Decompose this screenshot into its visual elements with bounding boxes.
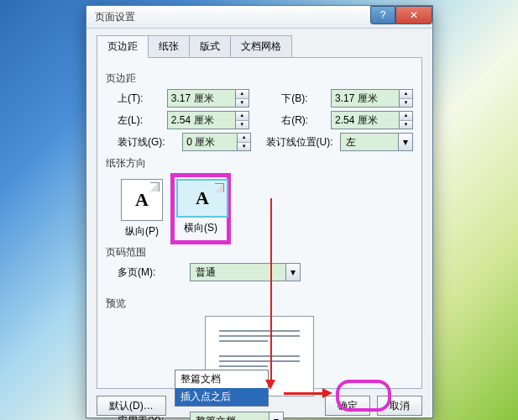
margins-group-title: 页边距: [106, 71, 413, 86]
orientation-group-title: 纸张方向: [106, 156, 413, 171]
multipage-select[interactable]: 普通 ▾: [190, 263, 301, 281]
tab-grid[interactable]: 文档网格: [230, 35, 292, 57]
chevron-down-icon[interactable]: ▾: [398, 134, 412, 150]
spin-down-icon[interactable]: ▼: [400, 121, 412, 129]
top-label: 上(T):: [106, 92, 162, 106]
pages-group-title: 页码范围: [106, 245, 413, 260]
gutter-pos-value: 左: [341, 135, 398, 150]
titlebar[interactable]: 页面设置 ? ✕: [86, 6, 432, 29]
spin-up-icon[interactable]: ▲: [400, 112, 412, 121]
apply-to-value: 整篇文档: [191, 414, 269, 421]
tab-strip: 页边距 纸张 版式 文档网格: [97, 35, 422, 58]
tab-layout[interactable]: 版式: [189, 35, 231, 57]
chevron-down-icon[interactable]: ▾: [269, 412, 283, 420]
left-spinner[interactable]: ▲▼: [167, 111, 249, 129]
dropdown-option-selected[interactable]: 插入点之后: [175, 388, 268, 406]
gutter-pos-label: 装订线位置(U):: [266, 135, 335, 150]
apply-to-select[interactable]: 整篇文档 ▾: [190, 412, 284, 420]
multipage-value: 普通: [191, 265, 285, 280]
spin-up-icon[interactable]: ▲: [400, 90, 412, 99]
orientation-portrait[interactable]: A 纵向(P): [118, 179, 166, 239]
spin-up-icon[interactable]: ▲: [236, 90, 249, 99]
spin-up-icon[interactable]: ▲: [238, 134, 250, 143]
apply-to-label: 应用于(Y):: [106, 414, 185, 421]
spin-up-icon[interactable]: ▲: [236, 112, 249, 121]
tab-paper[interactable]: 纸张: [148, 35, 190, 57]
multipage-label: 多页(M):: [106, 265, 185, 280]
window-title: 页面设置: [95, 10, 370, 24]
spin-down-icon[interactable]: ▼: [236, 99, 249, 108]
gutter-input[interactable]: [183, 134, 237, 150]
preview-group-title: 预览: [106, 297, 413, 311]
bottom-spinner[interactable]: ▲▼: [331, 89, 413, 108]
portrait-icon: A: [121, 179, 163, 221]
spin-down-icon[interactable]: ▼: [238, 143, 250, 151]
top-spinner[interactable]: ▲▼: [167, 89, 249, 108]
right-label: 右(R):: [269, 113, 326, 128]
right-spinner[interactable]: ▲▼: [331, 111, 413, 129]
bottom-input[interactable]: [332, 90, 399, 107]
right-input[interactable]: [332, 112, 399, 129]
bottom-label: 下(B):: [269, 92, 326, 106]
gutter-label: 装订线(G):: [106, 135, 177, 150]
left-label: 左(L):: [106, 113, 162, 128]
help-button[interactable]: ?: [370, 6, 395, 24]
gutter-pos-select[interactable]: 左 ▾: [340, 133, 413, 151]
spin-down-icon[interactable]: ▼: [236, 121, 249, 129]
orientation-landscape[interactable]: A 横向(S): [176, 179, 225, 239]
landscape-icon: A: [176, 179, 228, 218]
chevron-down-icon[interactable]: ▾: [285, 264, 300, 281]
spin-down-icon[interactable]: ▼: [400, 99, 412, 108]
landscape-label: 横向(S): [176, 221, 225, 235]
dropdown-option[interactable]: 整篇文档: [175, 370, 268, 388]
top-input[interactable]: [168, 90, 235, 107]
close-button[interactable]: ✕: [395, 6, 432, 24]
page-setup-dialog: 页面设置 ? ✕ 页边距 纸张 版式 文档网格 页边距 上(T): ▲▼ 下(B…: [86, 5, 433, 418]
gutter-spinner[interactable]: ▲▼: [182, 133, 251, 151]
portrait-label: 纵向(P): [118, 224, 166, 239]
tab-margins[interactable]: 页边距: [97, 35, 149, 58]
left-input[interactable]: [168, 112, 235, 129]
apply-to-dropdown[interactable]: 整篇文档 插入点之后: [175, 370, 269, 407]
